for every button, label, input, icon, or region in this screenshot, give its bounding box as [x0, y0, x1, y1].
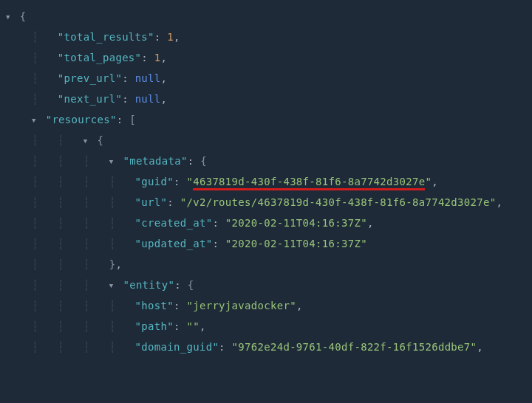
kv-url: ┆ ┆ ┆ ┆ "url": "/v2/routes/4637819d-430f…	[6, 195, 526, 216]
kv-next-url: ┆ "next_url": null,	[6, 92, 526, 112]
kv-path: ┆ ┆ ┆ ┆ "path": "",	[6, 319, 526, 340]
metadata-close: ┆ ┆ ┆ },	[6, 257, 526, 278]
collapse-icon[interactable]: ▼	[109, 157, 117, 168]
kv-created-at: ┆ ┆ ┆ ┆ "created_at": "2020-02-11T04:16:…	[6, 216, 526, 236]
kv-prev-url: ┆ "prev_url": null,	[6, 71, 526, 92]
kv-updated-at: ┆ ┆ ┆ ┆ "updated_at": "2020-02-11T04:16:…	[6, 236, 526, 257]
kv-entity: ┆ ┆ ┆ ▼ "entity": {	[6, 278, 526, 298]
highlighted-guid: 4637819d-430f-438f-81f6-8a7742d3027e	[193, 176, 425, 190]
kv-guid: ┆ ┆ ┆ ┆ "guid": "4637819d-430f-438f-81f6…	[6, 174, 526, 195]
json-viewer: ▼ { ┆ "total_results": 1, ┆ "total_pages…	[6, 9, 526, 360]
kv-total-results: ┆ "total_results": 1,	[6, 30, 526, 50]
collapse-icon[interactable]: ▼	[109, 281, 117, 292]
resource-0-open: ┆ ┆ ▼ {	[6, 133, 526, 154]
kv-metadata: ┆ ┆ ┆ ▼ "metadata": {	[6, 154, 526, 174]
kv-host: ┆ ┆ ┆ ┆ "host": "jerryjavadocker",	[6, 298, 526, 319]
kv-total-pages: ┆ "total_pages": 1,	[6, 50, 526, 71]
collapse-icon[interactable]: ▼	[32, 116, 39, 126]
collapse-icon[interactable]: ▼	[6, 13, 13, 23]
kv-resources: ▼ "resources": [	[6, 112, 526, 133]
kv-domain-guid: ┆ ┆ ┆ ┆ "domain_guid": "9762e24d-9761-40…	[6, 340, 526, 360]
collapse-icon[interactable]: ▼	[83, 137, 91, 147]
root-open: ▼ {	[6, 9, 526, 30]
